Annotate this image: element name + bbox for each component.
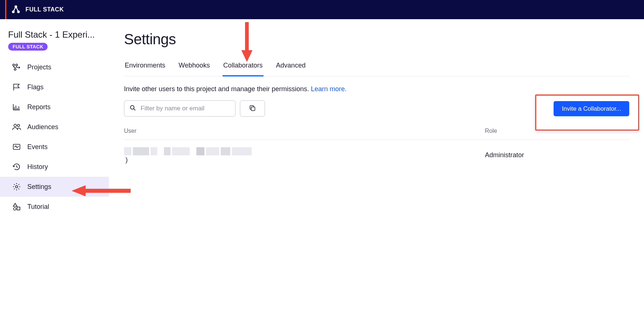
table-header: User Role: [124, 128, 629, 140]
project-title[interactable]: Full Stack - 1 Experi...: [8, 30, 100, 40]
brand-logo[interactable]: FULL STACK: [11, 4, 64, 15]
cell-role: Administrator: [485, 151, 629, 159]
user-suffix: ): [125, 156, 128, 163]
table-row[interactable]: ) Administrator: [124, 140, 629, 170]
sidebar-header: Full Stack - 1 Experi... FULL STACK: [0, 26, 109, 52]
sidebar-item-label: Settings: [27, 183, 51, 191]
reports-icon: [12, 102, 21, 112]
svg-point-4: [16, 64, 18, 66]
sidebar-item-history[interactable]: History: [0, 157, 109, 177]
sidebar-item-audiences[interactable]: Audiences: [0, 117, 109, 137]
sidebar-item-label: Tutorial: [27, 203, 49, 211]
sidebar-item-label: Events: [27, 143, 48, 151]
gear-icon: [12, 182, 21, 192]
sidebar-item-tutorial[interactable]: Tutorial: [0, 197, 109, 217]
tab-environments[interactable]: Environments: [124, 58, 166, 76]
filter-input[interactable]: [124, 100, 235, 117]
svg-point-1: [18, 11, 20, 13]
sidebar-item-events[interactable]: Events: [0, 137, 109, 157]
page-title: Settings: [124, 31, 629, 48]
sidebar-item-label: Flags: [27, 83, 44, 91]
tab-description: Invite other users to this project and m…: [124, 85, 629, 93]
sidebar-item-flags[interactable]: Flags: [0, 77, 109, 97]
flag-icon: [12, 82, 21, 92]
redacted-user: [124, 147, 485, 156]
settings-tabs: Environments Webhooks Collaborators Adva…: [124, 58, 629, 76]
events-icon: [12, 142, 21, 152]
svg-rect-11: [17, 207, 20, 210]
projects-icon: [12, 62, 21, 72]
copy-icon: [249, 104, 256, 113]
sidebar-item-label: History: [27, 163, 48, 171]
cell-user: ): [124, 147, 485, 164]
svg-point-6: [14, 124, 17, 127]
sidebar-item-reports[interactable]: Reports: [0, 97, 109, 117]
svg-point-9: [16, 186, 18, 188]
svg-point-3: [13, 64, 15, 66]
top-bar: FULL STACK: [0, 0, 644, 19]
search-wrap: [124, 100, 235, 117]
svg-point-0: [13, 11, 14, 13]
audiences-icon: [12, 122, 21, 132]
copy-button[interactable]: [240, 100, 265, 117]
svg-point-2: [15, 6, 17, 7]
tab-webhooks[interactable]: Webhooks: [178, 58, 211, 76]
column-role: Role: [485, 128, 629, 134]
svg-point-7: [17, 124, 20, 127]
svg-point-12: [130, 106, 134, 109]
brand-text: FULL STACK: [25, 6, 64, 13]
svg-point-5: [14, 69, 16, 70]
description-text: Invite other users to this project and m…: [124, 85, 311, 93]
tab-advanced[interactable]: Advanced: [275, 58, 306, 76]
sidebar-item-label: Reports: [27, 103, 51, 111]
logo-icon: [11, 4, 21, 15]
controls-row: Invite a Collaborator...: [124, 100, 629, 117]
sidebar-item-label: Audiences: [27, 123, 58, 131]
search-icon: [129, 104, 137, 113]
sidebar: Full Stack - 1 Experi... FULL STACK Proj…: [0, 19, 109, 324]
shapes-icon: [12, 202, 21, 211]
history-icon: [12, 162, 21, 172]
sidebar-item-projects[interactable]: Projects: [0, 57, 109, 77]
svg-rect-13: [251, 107, 255, 110]
project-type-badge: FULL STACK: [8, 43, 48, 51]
invite-collaborator-button[interactable]: Invite a Collaborator...: [554, 101, 629, 116]
sidebar-item-settings[interactable]: Settings: [0, 177, 109, 197]
sidebar-item-label: Projects: [27, 63, 51, 71]
svg-point-10: [14, 208, 16, 210]
learn-more-link[interactable]: Learn more.: [311, 85, 347, 93]
tab-collaborators[interactable]: Collaborators: [223, 58, 264, 76]
column-user: User: [124, 128, 485, 134]
main-content: Settings Environments Webhooks Collabora…: [109, 19, 644, 324]
accent-stripe: [5, 0, 6, 19]
sidebar-nav: Projects Flags Reports: [0, 57, 109, 217]
invite-wrap: Invite a Collaborator...: [554, 101, 629, 116]
